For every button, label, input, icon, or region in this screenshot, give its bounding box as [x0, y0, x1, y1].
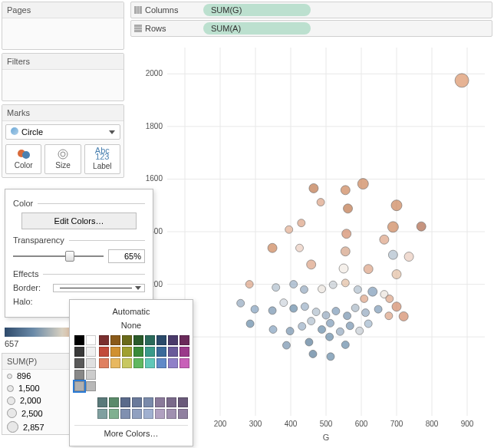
marks-type-text: Circle: [21, 127, 43, 137]
swatch[interactable]: [132, 397, 142, 407]
rows-pill[interactable]: SUM(A): [203, 22, 311, 35]
swatch[interactable]: [133, 335, 143, 345]
svg-point-70: [368, 287, 377, 296]
slider-thumb[interactable]: [65, 251, 74, 262]
swatch[interactable]: [145, 335, 155, 345]
svg-rect-0: [134, 6, 137, 14]
swatch[interactable]: [99, 347, 109, 357]
swatch[interactable]: [97, 409, 107, 419]
rows-shelf[interactable]: Rows SUM(A): [130, 20, 492, 37]
svg-point-101: [326, 333, 334, 341]
swatch[interactable]: [143, 409, 153, 419]
svg-point-52: [380, 235, 389, 244]
svg-rect-5: [134, 30, 142, 32]
border-select[interactable]: [53, 284, 145, 292]
swatch[interactable]: [156, 347, 166, 357]
svg-point-103: [282, 341, 290, 349]
svg-point-96: [327, 319, 334, 327]
swatch[interactable]: [166, 409, 176, 419]
marks-type-select[interactable]: Circle: [5, 124, 120, 140]
svg-text:800: 800: [426, 420, 439, 428]
swatch[interactable]: [109, 397, 119, 407]
svg-rect-1: [137, 6, 140, 14]
swatch[interactable]: [110, 335, 120, 345]
swatch[interactable]: [99, 358, 109, 368]
filters-panel: Filters: [2, 53, 124, 101]
swatch[interactable]: [143, 397, 153, 407]
swatch[interactable]: [168, 347, 178, 357]
swatch[interactable]: [97, 397, 107, 407]
swatch[interactable]: [120, 409, 130, 419]
svg-point-49: [387, 222, 398, 232]
swatch[interactable]: [179, 347, 189, 357]
swatch[interactable]: [166, 397, 176, 407]
swatch[interactable]: [145, 347, 155, 357]
swatch[interactable]: [109, 409, 119, 419]
svg-point-106: [327, 353, 334, 361]
svg-point-45: [391, 200, 402, 211]
svg-point-65: [300, 285, 308, 293]
svg-point-75: [268, 307, 276, 315]
swatch[interactable]: [122, 358, 132, 368]
swatch[interactable]: [74, 370, 84, 380]
swatch[interactable]: [122, 335, 132, 345]
size-button[interactable]: Size: [44, 144, 81, 174]
swatch[interactable]: [156, 335, 166, 345]
transparency-slider[interactable]: [13, 255, 104, 257]
none-option[interactable]: None: [74, 318, 188, 332]
svg-point-100: [364, 320, 372, 328]
swatch[interactable]: [168, 358, 178, 368]
svg-point-48: [285, 226, 293, 233]
svg-point-76: [280, 299, 288, 307]
swatch[interactable]: [179, 358, 189, 368]
swatch[interactable]: [110, 347, 120, 357]
size-legend-label: 2,000: [20, 396, 41, 405]
swatch[interactable]: [156, 358, 166, 368]
svg-point-105: [309, 350, 317, 357]
svg-point-67: [329, 281, 337, 288]
halo-label: Halo:: [13, 297, 47, 306]
svg-point-84: [362, 309, 370, 317]
swatch[interactable]: [122, 347, 132, 357]
swatch[interactable]: [99, 335, 109, 345]
color-button[interactable]: Color: [5, 144, 41, 174]
label-button[interactable]: Abc123 Label: [84, 144, 120, 174]
swatch[interactable]: [86, 381, 96, 391]
swatch[interactable]: [155, 409, 165, 419]
svg-point-81: [332, 308, 340, 315]
swatch[interactable]: [74, 335, 84, 345]
swatch[interactable]: [86, 358, 96, 368]
swatch[interactable]: [178, 409, 188, 419]
swatch[interactable]: [74, 358, 84, 368]
columns-shelf[interactable]: Columns SUM(G): [130, 2, 492, 18]
swatch[interactable]: [145, 358, 155, 368]
more-colors-option[interactable]: More Colors…: [74, 425, 188, 441]
edit-colors-button[interactable]: Edit Colors…: [21, 212, 137, 229]
swatch[interactable]: [74, 347, 84, 357]
swatch[interactable]: [86, 347, 96, 357]
columns-pill[interactable]: SUM(G): [203, 4, 311, 16]
svg-point-69: [354, 285, 361, 293]
swatch[interactable]: [155, 397, 165, 407]
swatch[interactable]: [132, 409, 142, 419]
swatch[interactable]: [110, 358, 120, 368]
swatch[interactable]: [86, 370, 96, 380]
columns-icon: [134, 6, 142, 14]
svg-point-42: [309, 183, 318, 193]
svg-rect-2: [140, 6, 142, 14]
swatch[interactable]: [178, 397, 188, 407]
swatch[interactable]: [133, 347, 143, 357]
swatch[interactable]: [86, 335, 96, 345]
swatch[interactable]: [120, 397, 130, 407]
automatic-option[interactable]: Automatic: [74, 305, 188, 318]
swatch[interactable]: [179, 335, 189, 345]
svg-point-46: [344, 204, 353, 213]
size-legend-label: 896: [17, 371, 31, 380]
size-legend-label: 2,857: [23, 423, 44, 432]
swatch[interactable]: [168, 335, 178, 345]
transparency-value[interactable]: 65%: [108, 249, 145, 263]
size-circle-icon: [7, 408, 17, 418]
svg-point-47: [298, 219, 305, 227]
swatch[interactable]: [74, 381, 84, 391]
swatch[interactable]: [133, 358, 143, 368]
